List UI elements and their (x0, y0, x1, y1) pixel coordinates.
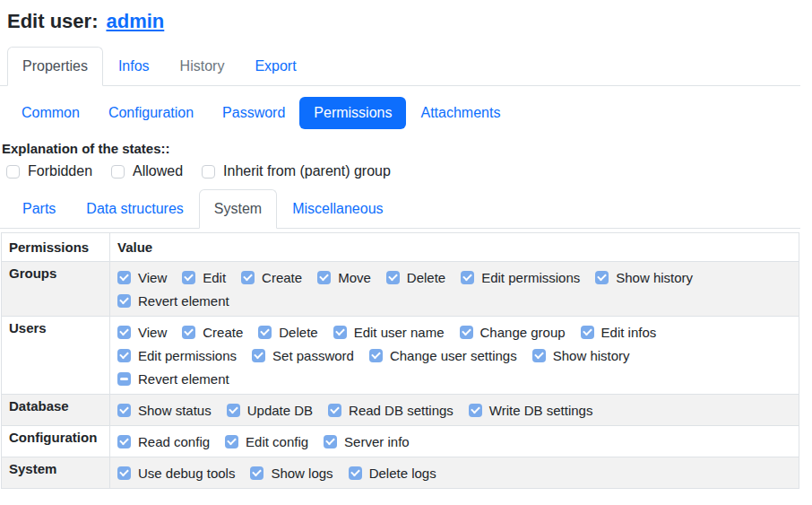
checkbox-icon[interactable] (258, 326, 272, 339)
permission-option-label: Edit permissions (138, 348, 237, 363)
permission-option[interactable]: Revert element (117, 371, 229, 387)
checkbox-icon[interactable] (369, 349, 383, 362)
checkbox-icon[interactable] (117, 271, 131, 284)
permission-option[interactable]: Change group (460, 325, 566, 340)
permission-option-label: Update DB (247, 403, 313, 418)
subtab-permissions[interactable]: Permissions (299, 97, 406, 129)
checkbox-icon[interactable] (111, 165, 125, 178)
checkbox-icon[interactable] (349, 466, 362, 480)
permission-option[interactable]: Write DB settings (469, 403, 593, 418)
subtab-configuration[interactable]: Configuration (94, 97, 208, 129)
checkbox-icon[interactable] (532, 349, 546, 362)
permission-option[interactable]: Show logs (250, 466, 333, 481)
checkbox-line: Edit permissions Set password Change use… (117, 344, 791, 367)
legend-option-label: Allowed (133, 163, 183, 179)
checkbox-icon[interactable] (117, 294, 131, 308)
checkbox-icon[interactable] (386, 271, 400, 284)
legend-option-label: Inherit from (parent) group (223, 163, 391, 179)
sectiontab-data-structures[interactable]: Data structures (71, 189, 198, 229)
checkbox-icon[interactable] (250, 466, 263, 480)
permission-option[interactable]: View (117, 325, 167, 340)
permission-option-label: Edit config (246, 434, 308, 449)
permission-option[interactable]: Move (317, 270, 371, 285)
checkbox-icon[interactable] (595, 271, 609, 284)
permission-option[interactable]: Update DB (227, 403, 313, 418)
checkbox-icon[interactable] (117, 349, 131, 362)
checkbox-icon[interactable] (117, 466, 131, 480)
table-header-row: Permissions Value (2, 233, 799, 262)
tab-history[interactable]: History (165, 47, 240, 86)
legend-option-allowed[interactable]: Allowed (111, 163, 183, 179)
permission-option-label: Show status (138, 403, 212, 418)
permission-category: Groups (2, 262, 110, 317)
permission-option[interactable]: Edit user name (333, 325, 445, 340)
permission-section-tabs: Parts Data structures System Miscellaneo… (0, 189, 800, 229)
permission-option[interactable]: Server info (324, 434, 410, 449)
permission-option[interactable]: Create (241, 270, 302, 285)
checkbox-icon[interactable] (328, 404, 341, 417)
permission-option[interactable]: Edit permissions (461, 270, 580, 285)
tab-properties[interactable]: Properties (7, 47, 103, 86)
checkbox-icon[interactable] (581, 326, 594, 339)
checkbox-icon[interactable] (333, 326, 347, 339)
sectiontab-parts[interactable]: Parts (7, 189, 71, 229)
permission-option[interactable]: Delete logs (349, 466, 436, 481)
permission-option[interactable]: Edit infos (581, 325, 657, 340)
checkbox-icon[interactable] (117, 435, 131, 448)
checkbox-icon[interactable] (225, 435, 238, 448)
permission-option[interactable]: Read config (117, 434, 210, 449)
checkbox-icon[interactable] (317, 271, 331, 284)
permission-option-label: Edit (203, 270, 226, 285)
tab-export[interactable]: Export (239, 47, 311, 86)
checkbox-line: View Edit Create Move (117, 266, 791, 289)
permission-values: Show status Update DB Read DB settings W… (110, 395, 799, 426)
checkbox-icon[interactable] (460, 326, 473, 339)
checkbox-icon[interactable] (252, 349, 265, 362)
legend-option-forbidden[interactable]: Forbidden (6, 163, 92, 179)
checkbox-icon[interactable] (324, 435, 337, 448)
permission-category: System (2, 457, 110, 489)
checkbox-icon[interactable] (117, 372, 131, 386)
tab-infos[interactable]: Infos (103, 47, 165, 86)
table-row-users: Users View Create Delete (2, 317, 799, 395)
permission-option[interactable]: Create (182, 325, 243, 340)
checkbox-icon[interactable] (182, 326, 195, 339)
permission-option[interactable]: Edit config (225, 434, 308, 449)
permission-option[interactable]: Read DB settings (328, 403, 454, 418)
sectiontab-miscellaneous[interactable]: Miscellaneous (277, 189, 398, 229)
permission-option[interactable]: Show status (117, 403, 212, 418)
table-row-system: System Use debug tools Show logs Delete … (2, 457, 799, 489)
permission-option[interactable]: Change user settings (369, 348, 517, 363)
checkbox-icon[interactable] (117, 326, 131, 339)
subtab-common[interactable]: Common (7, 97, 94, 129)
table-row-groups: Groups View Edit Create (2, 262, 799, 317)
checkbox-icon[interactable] (227, 404, 240, 417)
permission-option[interactable]: Set password (252, 348, 354, 363)
subtab-password[interactable]: Password (208, 97, 299, 129)
subtab-attachments[interactable]: Attachments (406, 97, 514, 129)
sectiontab-system[interactable]: System (199, 189, 277, 229)
checkbox-icon[interactable] (117, 404, 131, 417)
permission-option[interactable]: Delete (258, 325, 317, 340)
permission-values: Read config Edit config Server info (110, 426, 799, 457)
permission-option-label: Read DB settings (349, 403, 454, 418)
checkbox-icon[interactable] (202, 165, 215, 178)
permission-option[interactable]: Show history (595, 270, 693, 285)
checkbox-icon[interactable] (461, 271, 474, 284)
legend-option-inherit[interactable]: Inherit from (parent) group (202, 163, 391, 179)
permission-option[interactable]: Use debug tools (117, 466, 235, 481)
checkbox-icon[interactable] (469, 404, 482, 417)
permission-option-label: Delete (279, 325, 317, 340)
permission-option-label: Delete logs (369, 466, 436, 481)
checkbox-icon[interactable] (241, 271, 255, 284)
user-admin-link[interactable]: admin (106, 9, 164, 34)
permission-option[interactable]: Delete (386, 270, 445, 285)
permission-option[interactable]: Revert element (117, 293, 229, 309)
checkbox-icon[interactable] (182, 271, 195, 284)
permission-option[interactable]: Show history (532, 348, 630, 363)
permission-option[interactable]: Edit permissions (117, 348, 237, 363)
checkbox-icon[interactable] (6, 165, 20, 178)
permission-option-label: Edit permissions (481, 270, 580, 285)
permission-option[interactable]: Edit (182, 270, 226, 285)
permission-option[interactable]: View (117, 270, 167, 285)
